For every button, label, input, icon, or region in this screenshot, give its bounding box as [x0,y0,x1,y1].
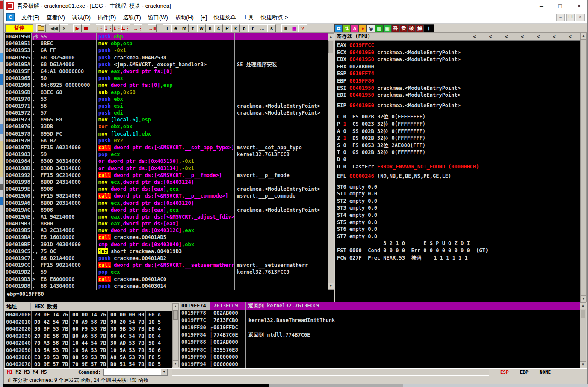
register-line[interactable]: ST7 empty 0.0 [337,233,580,240]
hex-column-header[interactable]: HEX 数据 [31,303,57,310]
hex-dump-row[interactable]: 0040203020 9E 58 7BB0 A6 58 7B80 4C 54 7… [5,333,172,340]
collapse-chevron-icon[interactable]: < [489,34,492,40]
hex-dump-row[interactable]: 0040204070 A3 58 7B10 44 54 7B30 AD 53 7… [5,340,172,347]
stack-row[interactable]: 0019FF74 7613FCC9返回到 kernel32.7613FCC9 [180,302,580,310]
register-line[interactable]: 3 2 1 0 E S P U O Z D I [337,240,580,247]
disasm-row[interactable]: 00401976.33DBxor ebx,ebx [5,123,328,130]
scroll-down-icon[interactable]: ▼ [328,283,334,289]
menu-item-11[interactable]: 快捷断点-> [257,12,292,23]
po-plugin-button[interactable]: 破 [408,24,416,32]
mdi-minimize-button[interactable]: – [556,14,565,21]
registers-scrollbar[interactable]: ▲ ▼ [580,33,587,302]
disasm-row[interactable]: 00401992.FF15 9C214000call dword ptr ds:… [5,172,328,179]
source-window-button[interactable]: s [267,24,276,32]
register-line[interactable]: D 0 [337,156,580,163]
register-line[interactable]: P 1 CS 0023 32位 0(FFFFFFFF) [337,121,580,128]
stack-row[interactable]: 0019FF88│002AB000 [180,339,580,346]
address-column-header[interactable]: 地址 [5,303,31,310]
hex-dump-row[interactable]: 0040202030 8F 53 7B60 F9 53 7B30 9B 58 7… [5,325,172,333]
scroll-up-icon[interactable]: ▲ [580,303,586,309]
menu-item-4[interactable]: 插件(P) [94,12,119,23]
register-line[interactable]: EBP 0019FF80 [337,77,580,85]
hex-dump-scrollbar[interactable]: ▲ ▼ [172,303,179,367]
scroll-up-icon[interactable]: ▲ [328,34,334,40]
threads-window-button[interactable]: t [189,24,197,32]
run-button[interactable]: ▶ [73,24,82,32]
close-button[interactable]: × [575,3,583,9]
trace-into-button[interactable]: ⇓⋮ [113,24,121,32]
register-line[interactable]: T 0 GS 002B 32位 0(FFFFFFFF) [337,149,580,156]
hex-dump-row[interactable]: 0040207000 9E 57 7B70 9E 57 7BB0 51 54 7… [5,361,172,368]
disasm-row[interactable]: 00401971.56push esicrackmea.<ModuleEntry… [5,103,328,109]
command-input[interactable]: ▼ [103,369,168,376]
hex-dump-row[interactable]: 0040205010 5A 53 7B10 5A 53 7B10 5A 53 7… [5,347,172,354]
menu-item-6[interactable]: 窗口(W) [145,12,171,23]
menu-item-10[interactable]: 工具 [239,12,257,23]
log-window-button[interactable]: l [163,24,171,32]
scroll-thumb[interactable] [581,310,585,318]
memory-tab-m2[interactable]: M2 [14,369,23,375]
collapse-chevron-icon[interactable]: < [505,34,508,40]
disasm-row[interactable]: 004019A0.FF15 98214000call dword ptr ds:… [5,192,328,199]
dropdown-arrow-icon[interactable]: ▼ [161,369,167,375]
menu-item-9[interactable]: 快捷菜单 [210,12,239,23]
disasm-row[interactable]: 00401978.895D FCmov [local.1],ebx [5,130,328,137]
maximize-button[interactable]: □ [556,3,564,9]
disasm-row[interactable]: 0040198B.830D 34314000or dword ptr ds:[0… [5,165,328,172]
disasm-row[interactable]: 004019D3>E8 E8000000call crackmea.00401A… [5,276,328,283]
registers-pane[interactable]: 寄存器 (FPU) <<<<<<< EAX 0019FFCCECX 004019… [335,33,580,302]
register-line[interactable]: O 0 LastErr ERROR_ENVVAR_NOT_FOUND (0000… [337,163,580,171]
scroll-thumb[interactable] [328,41,333,53]
trace-over-button[interactable]: ⇊⋮ [121,24,130,32]
register-line[interactable]: ST2 empty 0.0 [337,198,580,205]
register-line[interactable]: EDI 00401950 crackmea.<ModuleEntryPoint> [337,92,580,99]
stack-row[interactable]: 0019FF8C│839576E8 [180,346,580,354]
stack-scrollbar[interactable]: ▲ ▼ [580,302,586,368]
disasm-row[interactable]: 004019A6.8B0D 20314000mov ecx,dword ptr … [5,200,328,207]
register-line[interactable]: ST5 empty 0.0 [337,219,580,226]
collapse-chevron-icon[interactable]: < [569,34,572,40]
step-over-button[interactable]: ↧⋮ [104,24,113,32]
stack-row[interactable]: 0019FF80┌0019FFDC [180,324,580,331]
windows-window-button[interactable]: w [197,24,206,32]
go-to-user-code-button[interactable]: →≡ [148,24,157,32]
patches-window-button[interactable]: P [223,24,231,32]
scroll-down-icon[interactable]: ▼ [173,360,178,367]
screen-plugin-button[interactable]: ▣ [383,24,391,32]
apis-plugin-button[interactable]: A [351,24,359,32]
menu-item-1[interactable]: 文件(F) [18,12,43,23]
memory-tab-m3[interactable]: M3 [23,369,31,375]
help-button[interactable]: ? [298,24,307,32]
disasm-row[interactable]: 004019AC.8908mov dword ptr ds:[eax],ecxc… [5,207,328,213]
minimize-button[interactable]: – [538,3,545,9]
record-plugin-button[interactable]: ● [359,24,367,32]
menu-item-8[interactable]: [+] [197,13,210,22]
open-file-button[interactable] [36,24,46,32]
register-line[interactable]: ST6 empty 0.0 [337,226,580,233]
memory-tab-m5[interactable]: M5 [40,369,48,375]
disassembly-pane[interactable]: 00401950┌$55push ebp00401951.8BECmov ebp… [5,33,328,290]
register-line[interactable]: ST4 empty 0.0 [337,212,580,219]
stack-pane[interactable]: 0019FF74 7613FCC9返回到 kernel32.7613FCC900… [180,302,580,368]
scroll-up-icon[interactable]: ▲ [173,304,178,310]
scroll-down-icon[interactable]: ▼ [581,295,586,302]
disasm-row[interactable]: 00401998.8B0D 24314000mov ecx,dword ptr … [5,179,328,186]
disasm-row[interactable]: 0040197B.6A 02push 0x2 [5,137,328,144]
disasm-row[interactable]: 004019D2.59pop ecxkernel32.7613FCC9 [5,269,328,275]
disasm-row[interactable]: 00401953.6A FFpush -0x1 [5,47,328,54]
register-line[interactable]: EAX 0019FFCC [337,42,580,49]
ai-plugin-button[interactable]: 爱 [399,24,408,32]
menu-item-3[interactable]: 调试(D) [68,12,94,23]
disasm-row[interactable]: 00401983.59pop ecxkernel32.7613FCC9 [5,151,328,158]
hex-dump-row[interactable]: 00402010D0 42 54 7B70 A9 58 7B90 20 54 7… [5,319,172,326]
disasm-row[interactable]: 00401984.830D 30314000or dword ptr ds:[0… [5,158,328,165]
scroll-down-icon[interactable]: ▼ [580,361,586,368]
registers-chevrons[interactable]: <<<<<<< [473,34,572,40]
collapse-chevron-icon[interactable]: < [553,34,556,40]
disasm-row[interactable]: 004019B3.8B00mov eax,dword ptr ds:[eax] [5,220,328,227]
execute-till-return-button[interactable]: →⋮ [134,24,142,32]
columns-plugin-button[interactable]: ▥ [375,24,383,32]
disasm-row[interactable]: 00401950┌$55push ebp [5,33,328,40]
handles-window-button[interactable]: h [206,24,214,32]
mdi-close-button[interactable]: × [576,14,585,21]
